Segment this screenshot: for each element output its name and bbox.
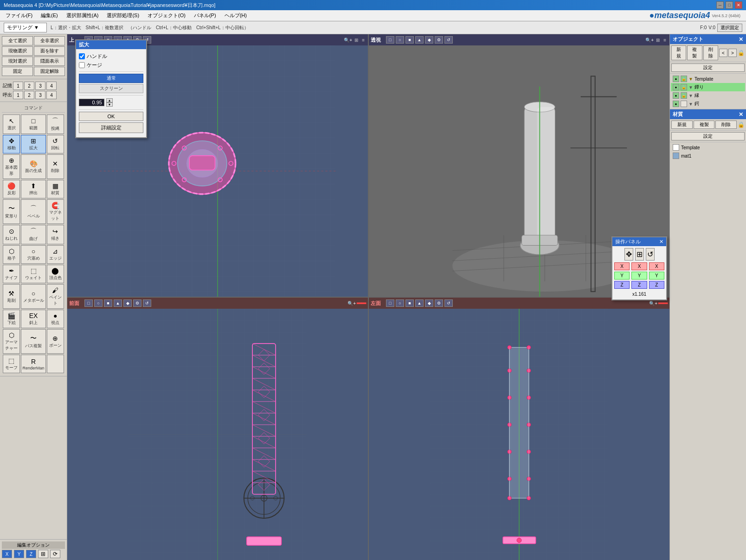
fix-button[interactable]: 固定 bbox=[2, 67, 33, 76]
vt-tr-refresh[interactable]: ↺ bbox=[444, 36, 453, 44]
angle-snap-button[interactable]: ⟳ bbox=[50, 550, 60, 558]
ops-x1-button[interactable]: X bbox=[614, 262, 630, 270]
zoom-value-input[interactable] bbox=[79, 99, 104, 106]
vt-tr-zoom-in[interactable]: 🔍+ bbox=[645, 38, 654, 43]
memory-4-button[interactable]: 4 bbox=[46, 82, 57, 90]
obj-lock-tsuba[interactable]: 🔒 bbox=[681, 84, 687, 90]
vt-br-gear[interactable]: ⚙ bbox=[435, 299, 443, 307]
menu-select-attr[interactable]: 選択部属性(A) bbox=[63, 11, 103, 20]
select-command-button[interactable]: ↖ 選択 bbox=[3, 115, 20, 134]
obj-vis-fuchi[interactable]: ● bbox=[673, 92, 679, 99]
object-item-template[interactable]: ● 🔒 ▼ Template bbox=[671, 75, 745, 83]
vt-bl-zoom-in[interactable]: 🔍+ bbox=[347, 301, 356, 306]
detail-settings-button[interactable]: 詳細設定 bbox=[79, 122, 143, 133]
magnet-command-button[interactable]: 🧲 マグネット bbox=[47, 199, 64, 224]
bottom-left-viewport[interactable]: 前面 □ ○ ■ ▲ ◆ ⚙ ↺ 🔍+ ━━ bbox=[67, 298, 369, 560]
x-axis-button[interactable]: X bbox=[2, 550, 12, 558]
ops-z2-button[interactable]: Z bbox=[631, 281, 647, 289]
screen-mode-button[interactable]: スクリーン bbox=[79, 84, 143, 93]
menu-object[interactable]: オブジェクト(O) bbox=[144, 11, 189, 20]
maximize-button[interactable]: □ bbox=[726, 1, 733, 9]
obj-lock-fuchi[interactable]: 🔒 bbox=[681, 92, 687, 99]
viewpoint-command-button[interactable]: ● 視点 bbox=[47, 310, 64, 328]
ops-move-button[interactable]: ✥ bbox=[624, 248, 633, 261]
object-item-guard[interactable]: ● ▼ 鍔 bbox=[671, 100, 745, 108]
mat-settings-button[interactable]: 設定 bbox=[671, 132, 745, 140]
bottom-right-canvas[interactable] bbox=[369, 309, 669, 560]
vt-br-zoom-in[interactable]: 🔍+ bbox=[649, 301, 657, 306]
object-item-fuchi[interactable]: ● 🔒 ▼ 縁 bbox=[671, 91, 745, 100]
y-axis-button[interactable]: Y bbox=[14, 550, 24, 558]
obj-delete-button[interactable]: 削除 bbox=[703, 45, 718, 60]
ops-y3-button[interactable]: Y bbox=[649, 272, 664, 280]
paint-command-button[interactable]: 🖌 ペイント bbox=[47, 284, 64, 309]
rotate-command-button[interactable]: ↺ 回転 bbox=[47, 135, 64, 153]
vt-br-tri[interactable]: ▲ bbox=[415, 299, 424, 307]
cage-checkbox[interactable] bbox=[79, 62, 85, 68]
ops-scale-button[interactable]: ⊞ bbox=[635, 248, 644, 261]
menu-help[interactable]: ヘルプ(H) bbox=[221, 11, 251, 20]
z-axis-button[interactable]: Z bbox=[26, 550, 36, 558]
move-command-button[interactable]: ✥ 移動 bbox=[3, 135, 20, 153]
vt-br-square[interactable]: ■ bbox=[405, 299, 414, 307]
scale-command-button[interactable]: ⊞ 拡大 bbox=[21, 135, 45, 153]
armature-command-button[interactable]: ⬡ アーマチャー bbox=[3, 329, 20, 354]
select-object-button[interactable]: 現物選択 bbox=[2, 46, 33, 56]
vt-bl-tri[interactable]: ▲ bbox=[114, 299, 122, 307]
vt-bl-rect[interactable]: □ bbox=[84, 299, 93, 307]
reflect-command-button[interactable]: 🔴 反彩 bbox=[3, 180, 20, 198]
material-command-button[interactable]: ▦ 材質 bbox=[47, 180, 64, 198]
memory-3-button[interactable]: 3 bbox=[35, 82, 45, 90]
hide-face-button[interactable]: 隠面表示 bbox=[34, 57, 65, 66]
face-gen-command-button[interactable]: 🎨 面の生成 bbox=[21, 154, 45, 179]
menu-panel[interactable]: パネル(P) bbox=[190, 11, 220, 20]
vt-tr-extra1[interactable]: ⊞ bbox=[655, 37, 661, 43]
spin-up-button[interactable]: ▲ bbox=[106, 98, 113, 102]
obj-new-button[interactable]: 新規 bbox=[671, 45, 686, 60]
vt-bl-square[interactable]: ■ bbox=[104, 299, 112, 307]
vt-br-3d[interactable]: ◆ bbox=[425, 299, 433, 307]
close-button[interactable]: ✕ bbox=[735, 1, 742, 9]
vt-bl-3d[interactable]: ◆ bbox=[123, 299, 132, 307]
add-face-button[interactable]: 面を除す bbox=[34, 46, 65, 56]
primitive-command-button[interactable]: ⊕ 基本図形 bbox=[3, 154, 20, 179]
mat-lock-icon[interactable]: 🔒 bbox=[738, 121, 745, 128]
vt-bl-gear[interactable]: ⚙ bbox=[133, 299, 141, 307]
obj-vis-template[interactable]: ● bbox=[673, 76, 679, 82]
obj-settings-button[interactable]: 設定 bbox=[671, 64, 745, 72]
lattice-command-button[interactable]: ⬡ 格子 bbox=[3, 245, 20, 264]
vt-bl-refresh[interactable]: ↺ bbox=[143, 299, 151, 307]
bevel-command-button[interactable]: ⌒ ベベル bbox=[21, 199, 45, 224]
vt-bl-circle[interactable]: ○ bbox=[94, 299, 103, 307]
minimize-button[interactable]: ─ bbox=[716, 1, 724, 9]
obj-lock-guard[interactable] bbox=[681, 101, 687, 107]
obj-vis-guard[interactable]: ● bbox=[673, 101, 679, 107]
unfix-button[interactable]: 固定解除 bbox=[34, 67, 65, 76]
vt-tr-tri[interactable]: ▲ bbox=[415, 36, 424, 44]
ex-command-button[interactable]: EX 斜上 bbox=[21, 310, 45, 328]
bend-command-button[interactable]: ⌒ 曲げ bbox=[21, 225, 45, 244]
knife-command-button[interactable]: ✒ ナイフ bbox=[3, 265, 20, 283]
range-command-button[interactable]: □ 範囲 bbox=[21, 115, 45, 134]
mat-copy-button[interactable]: 複製 bbox=[694, 121, 715, 129]
ops-rotate-button[interactable]: ↺ bbox=[646, 248, 655, 261]
material-item-mat1[interactable]: mat1 bbox=[671, 152, 745, 160]
ops-z1-button[interactable]: Z bbox=[614, 281, 630, 289]
fillhole-command-button[interactable]: ○ 穴塞め bbox=[21, 245, 45, 264]
vt-tl-extra1[interactable]: ⊞ bbox=[353, 37, 360, 43]
mat-delete-button[interactable]: 削除 bbox=[715, 121, 737, 129]
mat-new-button[interactable]: 新規 bbox=[671, 121, 693, 129]
obj-lock-icon[interactable]: 🔒 bbox=[738, 50, 745, 56]
vt-br-rect[interactable]: □ bbox=[386, 299, 394, 307]
obj-vis-tsuba[interactable]: ● bbox=[673, 84, 679, 90]
object-item-tsuba[interactable]: ● 🔒 ▼ 鐔り bbox=[671, 83, 745, 91]
mode-dropdown[interactable]: モデリング ▼ bbox=[4, 23, 47, 32]
obj-nav-prev[interactable]: < bbox=[719, 49, 727, 57]
renderman-command-button[interactable]: R RenderMan bbox=[21, 355, 45, 373]
tilt-command-button[interactable]: ↪ 傾き bbox=[47, 225, 64, 244]
lasso-command-button[interactable]: ⌒ 投縄 bbox=[47, 115, 64, 134]
vt-tr-rect[interactable]: □ bbox=[386, 36, 394, 44]
bottom-right-viewport[interactable]: 左面 □ ○ ■ ▲ ◆ ⚙ ↺ 🔍+ ━━ bbox=[369, 298, 669, 560]
ok-button[interactable]: OK bbox=[79, 112, 143, 121]
delete-command-button[interactable]: ✕ 削除 bbox=[47, 154, 64, 179]
